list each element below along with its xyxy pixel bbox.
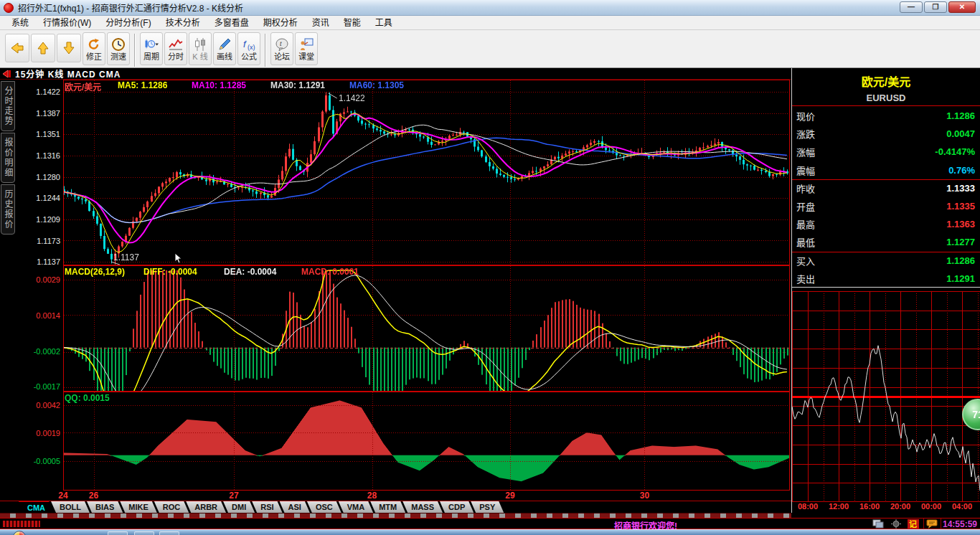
ma60-label: MA60: 1.1305 [349,80,404,90]
sidebar-tab-history[interactable]: 历史报价 [1,184,15,235]
taskbar-button[interactable] [134,531,154,535]
sidebar-tab-intraday[interactable]: 分时走势 [1,81,15,131]
menu-smart[interactable]: 智能 [336,16,368,29]
period-button[interactable]: 周期 [140,32,163,65]
start-button[interactable] [13,531,26,535]
menu-tools[interactable]: 工具 [368,16,400,29]
toolbar-label: 修正 [86,52,102,61]
app-window: 招行外汇1(fxhq1) - 招商银行外汇通行情分析V2.8 - K线分析 — … [0,0,980,535]
connection-icon[interactable] [872,519,885,529]
menu-system[interactable]: 系统 [4,16,36,29]
price-axis-label: 1.1387 [16,109,60,118]
menu-options[interactable]: 期权分析 [256,16,305,29]
toolbar-label: 周期 [143,52,159,61]
time-label: 00:00 [921,502,941,511]
close-button[interactable]: ✕ [948,1,976,13]
main-chart-canvas[interactable] [63,80,790,265]
down-button[interactable] [57,34,81,62]
tab-dmi[interactable]: DMI [223,501,255,513]
tab-rsi[interactable]: RSI [252,501,282,513]
left-sidebar: 分时走势 报价明细 历史报价 [0,80,16,491]
macd-axis-label: -0.0017 [16,382,60,391]
low-annotation: 1.1137 [113,252,139,262]
pair-name-cn: 欧元/美元 [792,68,980,90]
svg-text:(x): (x) [248,44,255,51]
formula-icon: f(x) [242,37,256,52]
classroom-button[interactable]: 课堂 [295,32,318,65]
tab-cma[interactable]: CMA [19,501,54,513]
quote-label: 最高 [796,217,815,231]
windows-taskbar[interactable] [0,529,980,535]
tab-arbr[interactable]: ARBR [186,501,226,513]
taskbar-button[interactable] [159,531,179,535]
pencil-icon [217,37,232,52]
quote-label: 涨幅 [796,145,815,158]
quote-value: 1.1286 [946,110,975,121]
toolbar-label: 公式 [241,52,257,61]
tab-mtm[interactable]: MTM [370,501,405,513]
note-icon[interactable]: 记 [907,519,920,529]
quote-value: 0.76% [948,165,975,176]
quote-value: -0.4147% [935,146,975,157]
tab-cdp[interactable]: CDP [440,501,473,513]
tab-mass[interactable]: MASS [402,501,443,513]
quote-header: 欧元/美元 EURUSD [792,68,980,106]
macd-panel: 0.0029 0.0014 -0.0002 -0.0017 MACD(26,12… [16,265,791,392]
ma5-label: MA5: 1.1286 [118,80,167,90]
tab-asi[interactable]: ASI [280,501,310,513]
restore-button[interactable]: ❐ [924,1,947,13]
tab-osc[interactable]: OSC [307,501,341,513]
menu-multiwindow[interactable]: 多窗看盘 [207,16,256,29]
classroom-icon [299,37,314,52]
toolbar-label: 画线 [217,52,232,61]
price-axis-label: 1.1209 [16,215,60,224]
message-icon[interactable] [925,519,938,529]
alert-icon[interactable] [890,519,903,529]
tab-roc[interactable]: ROC [154,501,189,513]
mini-intraday-canvas[interactable] [792,291,980,502]
forum-button[interactable]: t 论坛 [270,32,293,65]
taskbar-button[interactable] [108,531,128,535]
menu-news[interactable]: 资讯 [305,16,336,29]
minimize-button[interactable]: — [900,1,923,13]
drawline-button[interactable]: 画线 [213,32,236,65]
intraday-button[interactable]: 分时 [164,32,187,65]
timeline-icon [169,37,183,52]
jump-latest-icon[interactable] [2,70,12,78]
revise-button[interactable]: 修正 [83,32,105,65]
tab-vma[interactable]: VMA [339,501,373,513]
qq-axis-label: -0.0005 [16,457,60,465]
menu-quotes[interactable]: 行情报价(W) [36,16,98,29]
mini-time-axis: 08:00 12:00 16:00 20:00 00:00 04:00 [792,502,980,513]
tab-boll[interactable]: BOLL [51,501,90,513]
main-chart-panel: 1.1422 1.1387 1.1351 1.1316 1.1280 1.124… [16,80,791,265]
menu-technical[interactable]: 技术分析 [159,16,207,29]
speedtest-button[interactable]: 测速 [107,32,130,65]
macd-canvas[interactable] [63,265,790,392]
window-title: 招行外汇1(fxhq1) - 招商银行外汇通行情分析V2.8 - K线分析 [18,1,243,14]
kline-button[interactable]: K 线 [189,32,212,65]
tab-mike[interactable]: MIKE [120,501,157,513]
qq-canvas[interactable] [63,392,790,491]
quote-value: 0.0047 [946,128,975,139]
price-axis-label: 1.1422 [16,87,60,96]
refresh-icon [87,37,101,52]
back-button[interactable] [5,34,29,62]
tab-psy[interactable]: PSY [471,501,504,513]
quote-row: 涨幅-0.4147% [792,143,980,161]
toolbar-label: 测速 [110,52,126,61]
tab-bias[interactable]: BIAS [87,501,123,513]
formula-button[interactable]: f(x) 公式 [237,32,260,65]
left-arrow-icon [10,41,24,55]
x-axis-label: 26 [89,491,98,501]
quote-label: 开盘 [796,199,815,213]
menu-intraday[interactable]: 分时分析(F) [98,16,158,29]
x-axis-label: 24 [58,491,67,501]
sidebar-tab-quote-detail[interactable]: 报价明细 [1,133,15,183]
chart-title: 15分钟 K线 MACD CMA [15,67,121,80]
indicator-tabs: CMA BOLL BIAS MIKE ROC ARBR DMI RSI ASI … [0,501,791,513]
up-button[interactable] [31,34,55,62]
horizontal-scrollbar[interactable] [0,513,791,518]
quote-value: 1.1335 [946,201,975,212]
quote-row: 最高1.1363 [792,215,980,233]
